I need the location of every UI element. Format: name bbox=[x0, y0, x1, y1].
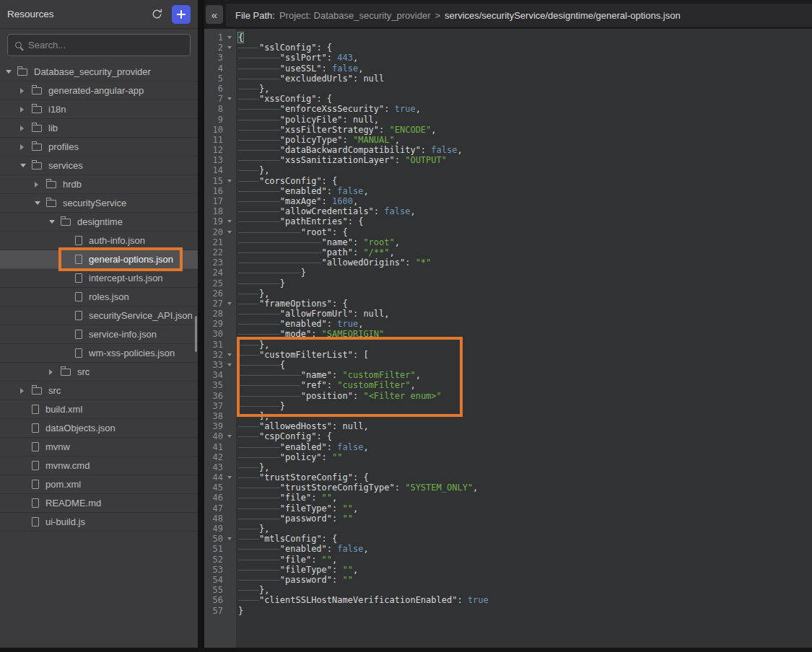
code-line-8[interactable]: 8 "enforceXssSecurity": true, bbox=[204, 104, 812, 114]
tree-item-securityservice-api-json[interactable]: securityService_API.json bbox=[0, 307, 198, 325]
code-line-38[interactable]: 38 ], bbox=[204, 411, 812, 421]
code-line-32[interactable]: 32 "customFilterList": [ bbox=[204, 350, 812, 360]
code-line-18[interactable]: 18 "allowCredentials": false, bbox=[204, 206, 812, 216]
code-editor[interactable]: 1{2 "sslConfig": {3 "sslPort": 443,4 "us… bbox=[204, 29, 812, 652]
code-line-41[interactable]: 41 "enabled": false, bbox=[204, 442, 812, 452]
tree-item-designtime[interactable]: designtime bbox=[0, 213, 198, 232]
code-line-19[interactable]: 19 "pathEntries": { bbox=[204, 216, 812, 226]
tree-item-securityservice[interactable]: securityService bbox=[0, 194, 198, 213]
code-line-28[interactable]: 28 "allowFromUrl": null, bbox=[204, 309, 812, 319]
tree-item-general-options-json[interactable]: general-options.json bbox=[0, 250, 198, 269]
caret-right-icon[interactable] bbox=[20, 125, 32, 131]
caret-down-icon[interactable] bbox=[35, 201, 46, 205]
tree-item-mvnw-cmd[interactable]: mvnw.cmd bbox=[0, 457, 198, 475]
caret-right-icon[interactable] bbox=[20, 88, 32, 94]
code-line-7[interactable]: 7 "xssConfig": { bbox=[204, 94, 812, 104]
sidebar-scrollbar[interactable] bbox=[195, 316, 197, 352]
tree-item-profiles[interactable]: profiles bbox=[0, 138, 198, 157]
code-line-34[interactable]: 34 "name": "customFilter", bbox=[204, 370, 812, 380]
code-line-55[interactable]: 55 }, bbox=[204, 585, 812, 595]
tree-item-generated-angular-app[interactable]: generated-angular-app bbox=[0, 82, 198, 100]
code-line-40[interactable]: 40 "cspConfig": { bbox=[204, 431, 812, 441]
search-input[interactable] bbox=[28, 40, 183, 50]
caret-down-icon[interactable] bbox=[49, 220, 61, 224]
code-line-6[interactable]: 6 }, bbox=[204, 84, 812, 94]
tree-item-readme-md[interactable]: README.md bbox=[0, 494, 198, 513]
fold-caret-icon[interactable] bbox=[223, 299, 236, 309]
add-resource-button[interactable] bbox=[172, 5, 191, 24]
code-line-21[interactable]: 21 "name": "root", bbox=[204, 237, 812, 247]
code-line-4[interactable]: 4 "useSSL": false, bbox=[204, 63, 812, 74]
code-line-46[interactable]: 46 "file": "", bbox=[204, 493, 812, 503]
code-line-52[interactable]: 52 "file": "", bbox=[204, 555, 812, 565]
tree-item-intercept-urls-json[interactable]: intercept-urls.json bbox=[0, 269, 198, 288]
tree-item-i18n[interactable]: i18n bbox=[0, 100, 198, 119]
code-line-1[interactable]: 1{ bbox=[204, 32, 812, 43]
refresh-button[interactable] bbox=[149, 6, 165, 22]
caret-right-icon[interactable] bbox=[20, 388, 32, 394]
tree-item-pom-xml[interactable]: pom.xml bbox=[0, 475, 198, 494]
code-line-39[interactable]: 39 "allowedHosts": null, bbox=[204, 421, 812, 431]
code-line-47[interactable]: 47 "fileType": "", bbox=[204, 503, 812, 514]
tree-item-dataobjects-json[interactable]: dataObjects.json bbox=[0, 419, 198, 438]
code-line-57[interactable]: 57} bbox=[204, 606, 812, 616]
tree-item-mvnw[interactable]: mvnw bbox=[0, 438, 198, 457]
code-line-11[interactable]: 11 "policyType": "MANUAL", bbox=[204, 135, 812, 145]
caret-down-icon[interactable] bbox=[20, 164, 32, 167]
code-line-24[interactable]: 24 } bbox=[204, 268, 812, 278]
tree-item-wm-xss-policies-json[interactable]: wm-xss-policies.json bbox=[0, 344, 198, 363]
fold-caret-icon[interactable] bbox=[223, 534, 236, 544]
collapse-sidebar-button[interactable] bbox=[206, 5, 223, 24]
code-line-30[interactable]: 30 "mode": "SAMEORIGIN" bbox=[204, 329, 812, 339]
tree-item-hrdb[interactable]: hrdb bbox=[0, 175, 198, 194]
fold-caret-icon[interactable] bbox=[223, 472, 236, 483]
code-line-56[interactable]: 56 "clientSSLHostNameVerificationEnabled… bbox=[204, 595, 812, 605]
code-line-9[interactable]: 9 "policyFile": null, bbox=[204, 115, 812, 125]
fold-caret-icon[interactable] bbox=[223, 94, 236, 104]
code-line-16[interactable]: 16 "enabled": false, bbox=[204, 186, 812, 196]
code-line-5[interactable]: 5 "excludedUrls": null bbox=[204, 74, 812, 84]
fold-caret-icon[interactable] bbox=[223, 216, 236, 226]
tree-item-database-security-provider[interactable]: Database_security_provider bbox=[0, 63, 198, 82]
code-line-12[interactable]: 12 "dataBackwardCompatibility": false, bbox=[204, 145, 812, 155]
tree-item-src[interactable]: src bbox=[0, 363, 198, 382]
panel-divider[interactable] bbox=[198, 0, 204, 652]
code-line-14[interactable]: 14 }, bbox=[204, 165, 812, 175]
code-line-37[interactable]: 37 } bbox=[204, 401, 812, 411]
code-line-26[interactable]: 26 }, bbox=[204, 288, 812, 299]
code-line-35[interactable]: 35 "ref": "customFilter", bbox=[204, 380, 812, 390]
code-line-25[interactable]: 25 } bbox=[204, 278, 812, 288]
caret-right-icon[interactable] bbox=[49, 369, 61, 375]
caret-right-icon[interactable] bbox=[20, 107, 32, 113]
code-line-44[interactable]: 44 "trustStoreConfig": { bbox=[204, 472, 812, 483]
fold-caret-icon[interactable] bbox=[223, 360, 236, 370]
fold-caret-icon[interactable] bbox=[223, 176, 236, 186]
caret-right-icon[interactable] bbox=[35, 182, 46, 188]
tree-item-build-xml[interactable]: build.xml bbox=[0, 400, 198, 419]
code-line-17[interactable]: 17 "maxAge": 1600, bbox=[204, 196, 812, 206]
caret-right-icon[interactable] bbox=[20, 144, 32, 150]
fold-caret-icon[interactable] bbox=[223, 227, 236, 237]
fold-caret-icon[interactable] bbox=[223, 431, 236, 441]
fold-caret-icon[interactable] bbox=[223, 32, 236, 43]
code-line-29[interactable]: 29 "enabled": true, bbox=[204, 319, 812, 329]
code-line-36[interactable]: 36 "position": "<Filter enum>" bbox=[204, 391, 812, 401]
tree-item-src[interactable]: src bbox=[0, 382, 198, 400]
code-line-51[interactable]: 51 "enabled": false, bbox=[204, 544, 812, 554]
tree-item-auth-info-json[interactable]: auth-info.json bbox=[0, 232, 198, 250]
code-line-3[interactable]: 3 "sslPort": 443, bbox=[204, 53, 812, 63]
fold-caret-icon[interactable] bbox=[223, 350, 236, 360]
code-line-2[interactable]: 2 "sslConfig": { bbox=[204, 43, 812, 53]
code-line-54[interactable]: 54 "password": "" bbox=[204, 575, 812, 585]
code-line-10[interactable]: 10 "xssFilterStrategy": "ENCODE", bbox=[204, 125, 812, 135]
code-line-27[interactable]: 27 "frameOptions": { bbox=[204, 299, 812, 309]
tree-item-lib[interactable]: lib bbox=[0, 119, 198, 138]
code-line-13[interactable]: 13 "xssSanitizationLayer": "OUTPUT" bbox=[204, 155, 812, 165]
code-line-33[interactable]: 33 { bbox=[204, 360, 812, 370]
code-line-31[interactable]: 31 }, bbox=[204, 340, 812, 350]
tree-item-ui-build-js[interactable]: ui-build.js bbox=[0, 513, 198, 532]
code-line-22[interactable]: 22 "path": "/**", bbox=[204, 247, 812, 257]
tree-item-services[interactable]: services bbox=[0, 157, 198, 175]
code-line-45[interactable]: 45 "trustStoreConfigType": "SYSTEM_ONLY"… bbox=[204, 483, 812, 493]
code-line-43[interactable]: 43 }, bbox=[204, 462, 812, 472]
